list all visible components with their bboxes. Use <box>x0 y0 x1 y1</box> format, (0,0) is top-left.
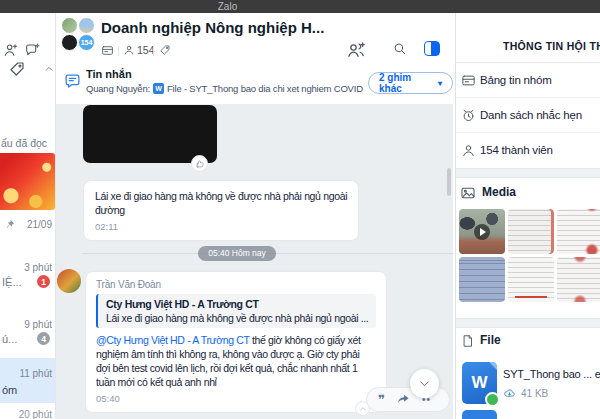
separator <box>153 46 154 56</box>
chat-item-selected[interactable] <box>0 358 55 403</box>
message-bubble[interactable]: Lái xe đi giao hàng mà không về được nhà… <box>83 180 359 241</box>
member-icon <box>461 143 476 158</box>
chat-item-preview-fragment: óm <box>2 384 17 396</box>
file-section-title: File <box>480 333 501 347</box>
message-list[interactable]: Lái xe đi giao hàng mà không về được nhà… <box>56 104 453 419</box>
media-thumbnail-document[interactable] <box>508 257 554 302</box>
media-icon <box>460 185 476 201</box>
member-count[interactable]: 154 <box>137 44 155 56</box>
toggle-info-panel-icon[interactable] <box>424 41 440 56</box>
collapse-list-icon[interactable] <box>43 64 55 74</box>
more-pins-button[interactable]: 2 ghim khác ▾ <box>368 72 453 94</box>
chat-title: Doanh nghiệp Nông nghiệp H... <box>101 19 324 36</box>
thumbs-up-icon <box>195 159 205 169</box>
message-time: 02:11 <box>95 221 347 232</box>
date-divider: 05:40 Hôm nay <box>198 246 276 261</box>
menu-item-group-board[interactable]: Bảng tin nhóm <box>456 63 600 98</box>
info-panel: THÔNG TIN HỘI THOẠI Bảng tin nhóm Danh s… <box>455 13 600 419</box>
chat-item-preview-fragment: IỆ... <box>2 276 22 288</box>
zalo-window: Zalo ấu đã đọc 21/09 3 phút IỆ... 1 9 ph… <box>0 0 600 419</box>
community-board-icon[interactable] <box>101 44 114 57</box>
add-member-icon[interactable] <box>346 40 366 60</box>
section-separator <box>456 168 600 178</box>
pinned-banner-title: Tin nhắn <box>86 68 132 80</box>
group-avatar-count[interactable]: 154 <box>78 34 95 51</box>
pinned-file-name: File - SYT_Thong bao dia chi xet nghiem … <box>167 83 364 94</box>
media-thumbnail-document[interactable] <box>508 209 554 254</box>
media-thumbnail-document[interactable] <box>557 209 600 254</box>
window-title: Zalo <box>0 0 455 13</box>
message-bubble[interactable]: Trần Văn Đoàn Cty Hưng Việt HD - A Trườn… <box>85 271 387 413</box>
chat-item-time: 21/09 <box>27 219 52 230</box>
chat-scrollbar-thumb[interactable] <box>447 168 451 196</box>
group-avatar[interactable] <box>78 17 95 34</box>
chat-list: ấu đã đọc 21/09 3 phút IỆ... 1 9 phút ú.… <box>0 13 56 419</box>
media-section-title: Media <box>482 185 516 199</box>
quoted-message[interactable]: Cty Hưng Việt HD - A Trường CT Lái xe đi… <box>96 294 376 328</box>
board-icon <box>461 73 476 88</box>
word-file-icon: W <box>462 362 497 404</box>
chat-item-time: 20 phút <box>19 409 52 419</box>
search-icon[interactable] <box>392 41 407 56</box>
cloud-download-icon[interactable] <box>503 387 516 400</box>
unread-badge: 1 <box>37 275 50 288</box>
mention-link[interactable]: @Cty Hưng Việt HD - A Trường CT <box>96 334 249 346</box>
group-avatar[interactable] <box>61 34 78 51</box>
play-icon <box>474 224 490 240</box>
pinned-message-banner[interactable]: Tin nhắn Quang Nguyễn: W File - SYT_Thon… <box>56 63 453 105</box>
like-reaction-button[interactable] <box>191 155 208 172</box>
file-size: 41 KB <box>521 388 548 399</box>
pin-icon <box>5 219 15 229</box>
alarm-clock-icon <box>461 108 476 123</box>
file-name: SYT_Thong bao ... e.do <box>503 368 600 380</box>
sender-avatar[interactable] <box>57 269 81 293</box>
message-time: 05:40 <box>96 393 376 404</box>
downloaded-dot <box>485 392 500 407</box>
menu-item-members[interactable]: 154 thành viên <box>456 133 600 168</box>
message-actions-toolbar[interactable]: ❞ •• <box>366 387 450 412</box>
members-icon[interactable] <box>123 44 135 56</box>
chat-item-link-image[interactable] <box>0 153 55 210</box>
info-panel-title: THÔNG TIN HỘI THOẠI <box>503 40 600 52</box>
pinned-message-bubble-icon <box>63 72 82 91</box>
media-thumbnail-document[interactable] <box>459 257 505 302</box>
chat-item-time: 11 phút <box>19 368 52 379</box>
chat-item-preview-fragment: ấu đã đọc <box>1 137 47 149</box>
media-thumbnail-video[interactable] <box>459 209 505 254</box>
new-chat-icon[interactable] <box>24 42 40 58</box>
chat-item-time: 9 phút <box>24 319 52 330</box>
file-icon <box>461 334 475 348</box>
quoted-sender: Cty Hưng Việt HD - A Trường CT <box>106 298 368 310</box>
chat-item-preview-fragment: ú... <box>2 333 17 345</box>
sender-name: Trần Văn Đoàn <box>96 279 376 290</box>
file-item-partial[interactable] <box>462 410 497 419</box>
file-item[interactable]: W SYT_Thong bao ... e.do 41 KB <box>456 358 600 408</box>
group-avatar[interactable] <box>61 17 78 34</box>
pinned-sender: Quang Nguyễn: <box>86 83 150 94</box>
filter-tag-icon[interactable] <box>8 60 26 78</box>
scroll-to-bottom-button[interactable] <box>410 369 439 398</box>
chat-item-time: 3 phút <box>24 262 52 273</box>
window-titlebar[interactable]: Zalo <box>0 0 600 13</box>
add-friend-icon[interactable] <box>3 42 19 58</box>
muted-unread-badge: 4 <box>37 332 50 345</box>
quoted-text: Lái xe đi giao hàng mà không về được nhà… <box>106 312 368 324</box>
chevron-up-icon <box>359 405 367 413</box>
caret-down-icon: ▾ <box>438 79 442 88</box>
quote-action-icon[interactable]: ❞ <box>378 393 385 406</box>
media-thumbnail-document[interactable] <box>557 257 600 302</box>
chevron-down-icon <box>418 377 431 390</box>
forward-action-icon[interactable] <box>396 392 411 407</box>
tag-icon[interactable] <box>159 44 171 56</box>
separator <box>118 46 119 56</box>
pinned-message-preview: Quang Nguyễn: W File - SYT_Thong bao dia… <box>86 83 364 94</box>
menu-item-reminders[interactable]: Danh sách nhắc hẹn <box>456 98 600 133</box>
chat-header: 154 Doanh nghiệp Nông nghiệp H... 154 <box>56 13 453 64</box>
section-separator <box>456 318 600 328</box>
word-file-icon: W <box>153 83 164 94</box>
